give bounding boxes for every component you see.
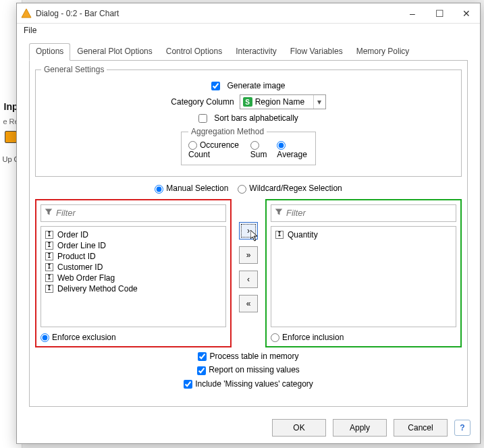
list-item[interactable]: IProduct ID xyxy=(45,251,221,262)
exclude-filter-input[interactable] xyxy=(56,205,225,221)
menu-file[interactable]: File xyxy=(17,24,480,37)
filter-icon xyxy=(41,208,56,218)
tab-options[interactable]: Options xyxy=(29,43,70,61)
general-settings-group: General Settings Generate image Category… xyxy=(35,65,462,177)
tab-control[interactable]: Control Options xyxy=(159,43,229,61)
dialog-window: Dialog - 0:2 - Bar Chart – ☐ ✕ File Opti… xyxy=(16,3,481,444)
integer-type-icon: I xyxy=(275,231,284,239)
integer-type-icon: I xyxy=(45,263,53,271)
bg-icon xyxy=(5,131,17,143)
chevron-down-icon: ▾ xyxy=(313,95,325,109)
filter-icon xyxy=(271,208,286,218)
mover-buttons: › » ‹ « xyxy=(238,199,259,347)
svg-marker-0 xyxy=(22,9,31,18)
list-item[interactable]: IWeb Order Flag xyxy=(45,273,221,283)
sort-bars-label: Sort bars alphabetically xyxy=(214,113,298,123)
general-legend: General Settings xyxy=(41,65,107,74)
list-item-label: Product ID xyxy=(57,252,96,261)
enforce-exclusion-option[interactable]: Enforce exclusion xyxy=(41,333,116,342)
generate-image-checkbox[interactable] xyxy=(211,82,220,90)
tab-interactivity[interactable]: Interactivity xyxy=(229,43,284,61)
list-item-label: Web Order Flag xyxy=(57,273,115,283)
list-item[interactable]: IOrder ID xyxy=(45,229,221,240)
include-missing-checkbox[interactable]: Include 'Missing values' category xyxy=(184,379,313,389)
sort-bars-checkbox[interactable] xyxy=(198,114,207,123)
dialog-footer: OK Apply Cancel ? xyxy=(17,412,480,443)
integer-type-icon: I xyxy=(45,252,53,260)
remove-all-button[interactable]: « xyxy=(239,295,258,312)
include-filter xyxy=(271,204,456,222)
list-item-label: Quantity xyxy=(288,230,318,240)
list-item[interactable]: IOrder Line ID xyxy=(45,240,221,251)
svg-marker-1 xyxy=(45,209,53,215)
list-item-label: Delivery Method Code xyxy=(57,284,138,293)
string-type-icon: S xyxy=(243,97,252,107)
category-column-combo[interactable]: S Region Name ▾ xyxy=(240,94,326,109)
include-box: IQuantity Enforce inclusion xyxy=(265,199,462,347)
cancel-button[interactable]: Cancel xyxy=(394,419,448,437)
apply-button[interactable]: Apply xyxy=(333,419,387,437)
exclude-box: IOrder IDIOrder Line IDIProduct IDICusto… xyxy=(35,199,232,347)
svg-marker-3 xyxy=(275,209,283,215)
include-filter-input[interactable] xyxy=(286,205,456,221)
agg-average-option[interactable]: Average xyxy=(277,140,308,159)
integer-type-icon: I xyxy=(45,242,53,250)
list-item-label: Customer ID xyxy=(57,262,103,272)
add-all-button[interactable]: » xyxy=(239,246,258,264)
agg-occurrence-option[interactable]: Occurence Count xyxy=(188,140,245,159)
window-title: Dialog - 0:2 - Bar Chart xyxy=(36,9,399,18)
regex-selection-option[interactable]: Wildcard/Regex Selection xyxy=(238,184,342,193)
integer-type-icon: I xyxy=(45,231,53,239)
titlebar: Dialog - 0:2 - Bar Chart – ☐ ✕ xyxy=(17,3,480,24)
options-panel: General Settings Generate image Category… xyxy=(29,61,468,407)
manual-selection-option[interactable]: Manual Selection xyxy=(155,184,228,193)
category-column-label: Category Column xyxy=(171,97,234,107)
report-missing-checkbox[interactable]: Report on missing values xyxy=(197,365,300,374)
enforce-inclusion-option[interactable]: Enforce inclusion xyxy=(271,333,344,342)
list-item-label: Order Line ID xyxy=(57,241,106,250)
integer-type-icon: I xyxy=(45,285,53,293)
maximize-button[interactable]: ☐ xyxy=(426,3,453,23)
aggregation-group: Aggregation Method Occurence Count Sum A… xyxy=(181,127,316,165)
tab-strip: Options General Plot Options Control Opt… xyxy=(29,43,468,61)
generate-image-label: Generate image xyxy=(227,81,285,90)
aggregation-legend: Aggregation Method xyxy=(188,127,267,136)
list-item-label: Order ID xyxy=(57,230,88,240)
exclude-list[interactable]: IOrder IDIOrder Line IDIProduct IDICusto… xyxy=(41,226,226,327)
list-item[interactable]: IQuantity xyxy=(275,229,452,240)
close-button[interactable]: ✕ xyxy=(453,3,480,23)
app-icon xyxy=(21,8,32,19)
agg-sum-option[interactable]: Sum xyxy=(250,140,272,159)
process-memory-checkbox[interactable]: Process table in memory xyxy=(198,352,298,361)
help-button[interactable]: ? xyxy=(454,420,470,436)
tab-memory[interactable]: Memory Policy xyxy=(350,43,416,61)
list-item[interactable]: ICustomer ID xyxy=(45,262,221,273)
tab-flow-vars[interactable]: Flow Variables xyxy=(284,43,350,61)
list-item[interactable]: IDelivery Method Code xyxy=(45,283,221,294)
exclude-filter xyxy=(41,204,226,222)
add-button[interactable]: › xyxy=(239,222,258,240)
ok-button[interactable]: OK xyxy=(272,419,326,437)
category-column-value: Region Name xyxy=(255,97,313,107)
tab-general-plot[interactable]: General Plot Options xyxy=(70,43,159,61)
integer-type-icon: I xyxy=(45,274,53,282)
dual-list: IOrder IDIOrder Line IDIProduct IDICusto… xyxy=(35,199,462,347)
include-list[interactable]: IQuantity xyxy=(271,226,456,327)
remove-button[interactable]: ‹ xyxy=(239,271,258,288)
minimize-button[interactable]: – xyxy=(399,3,426,23)
